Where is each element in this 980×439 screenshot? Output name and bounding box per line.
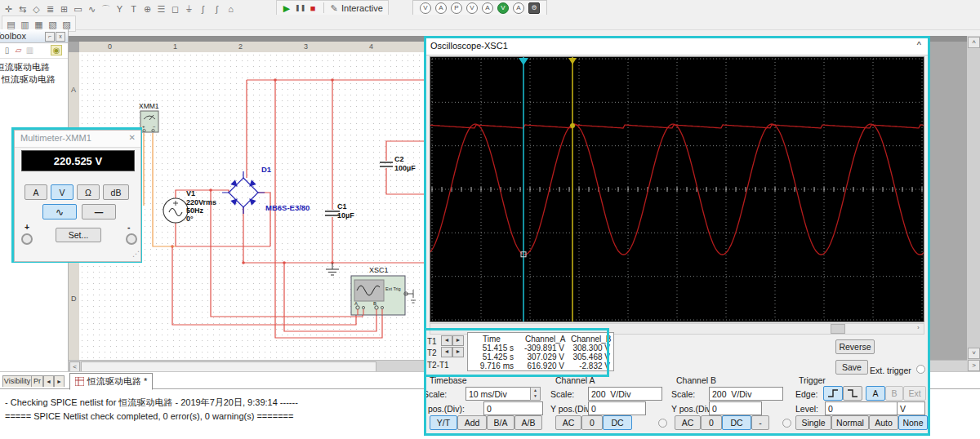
tab-scroll-left[interactable]: ◄ <box>43 375 54 387</box>
channel-a-scale-input[interactable]: 200 V/Div <box>588 387 662 401</box>
toolbar-icon[interactable]: ʃ <box>196 2 210 16</box>
trigger-source-ext-button[interactable]: Ext <box>903 386 926 401</box>
oscilloscope-screen[interactable] <box>430 56 924 322</box>
t1-right-arrow-button[interactable]: ► <box>452 335 464 346</box>
probe-icon[interactable]: A <box>513 2 524 14</box>
t1-left-arrow-button[interactable]: ◄ <box>441 335 452 346</box>
yt-mode-button[interactable]: Y/T <box>430 415 457 430</box>
trigger-none-button[interactable]: None <box>898 415 928 430</box>
cursor-t2-handle[interactable] <box>568 58 577 64</box>
channel-b-dc-button[interactable]: DC <box>722 415 751 430</box>
close-icon[interactable]: ✕ <box>129 133 136 142</box>
channel-b-ac-button[interactable]: AC <box>675 415 701 430</box>
add-mode-button[interactable]: Add <box>457 415 487 430</box>
document-tab[interactable]: 恒流驱动电路 * <box>69 373 153 390</box>
close-icon[interactable]: x <box>56 32 65 42</box>
dc-mode-button[interactable]: — <box>82 204 116 220</box>
probe-settings-icon[interactable]: ⚙ <box>528 2 540 14</box>
toolbar-icon[interactable]: ✛ <box>2 2 16 16</box>
scope-scroll-right-icon[interactable]: › <box>914 324 923 332</box>
toolbar-icon[interactable]: ∿ <box>85 2 99 16</box>
trigger-auto-button[interactable]: Auto <box>869 415 898 430</box>
tree-item-circuit-child[interactable]: 恒流驱动电路 <box>2 73 56 86</box>
tree-item-circuit-parent[interactable]: 恒流驱动电路 <box>0 61 50 73</box>
toolbar-icon[interactable]: ⏚ <box>182 2 196 16</box>
tab-scroll-right[interactable]: ► <box>54 375 65 387</box>
cursor-t1-handle[interactable] <box>519 58 528 65</box>
pause-button[interactable]: ❚❚ <box>295 2 305 15</box>
probe-icon[interactable]: A <box>482 2 493 14</box>
probe-icon[interactable]: V <box>466 2 478 14</box>
probe-icon[interactable]: V <box>497 2 509 14</box>
channel-a-ypos-input[interactable]: 0 <box>588 401 646 415</box>
timebase-scale-spinner[interactable]: ▲▼ <box>530 387 541 401</box>
mode-ohm-button[interactable]: Ω <box>77 184 100 200</box>
toolbar-icon[interactable]: ≣ <box>43 2 57 16</box>
toolbox-titlebar[interactable]: Toolbox ⌐ x <box>0 29 68 43</box>
save-icon[interactable]: ▥ <box>24 45 35 55</box>
probe-icon[interactable]: V <box>420 2 431 14</box>
scroll-up-button[interactable]: ˄ <box>968 37 980 48</box>
run-button[interactable]: ▶ <box>282 2 292 15</box>
collapse-icon[interactable]: ^ <box>917 40 921 50</box>
t2-left-arrow-button[interactable]: ◄ <box>441 347 452 357</box>
stop-button[interactable]: ■ <box>308 2 318 15</box>
falling-edge-button[interactable] <box>843 386 862 401</box>
trigger-level-input[interactable]: 0 <box>825 401 898 415</box>
hscroll-thumb[interactable] <box>81 361 376 371</box>
oscilloscope-titlebar[interactable]: Oscilloscope-XSC1 ^ <box>426 38 928 55</box>
channel-b-zero-button[interactable]: 0 <box>701 415 722 430</box>
ba-mode-button[interactable]: B/A <box>487 415 514 430</box>
channel-a-zero-button[interactable]: 0 <box>581 415 603 430</box>
trigger-single-button[interactable]: Single <box>795 415 831 430</box>
scope-hscroll-thumb[interactable] <box>831 324 845 334</box>
toolbar-icon[interactable]: T <box>127 2 140 16</box>
resize-grip[interactable]: ⋰ <box>132 250 140 258</box>
interactive-dropdown[interactable]: Interactive <box>341 3 383 13</box>
mode-volt-button[interactable]: V <box>51 184 74 200</box>
channel-a-dc-button[interactable]: DC <box>603 415 632 430</box>
toolbar-icon[interactable]: ∫ <box>210 2 224 16</box>
scroll-down-button[interactable]: ˅ <box>968 348 980 359</box>
minimize-icon[interactable]: ⌐ <box>45 32 55 42</box>
tab-visibility[interactable]: Visibility <box>2 375 32 387</box>
reverse-button[interactable]: Reverse <box>835 339 875 354</box>
timebase-scale-input[interactable]: 10 ms/Div <box>466 387 533 401</box>
toolbar-icon[interactable]: ◻ <box>168 2 182 16</box>
rising-edge-button[interactable] <box>823 386 843 401</box>
ac-mode-button[interactable]: ∿ <box>42 204 77 220</box>
trigger-level-unit-select[interactable]: V <box>897 401 925 415</box>
canvas-vscrollbar[interactable]: ˄ ˅ > <box>967 36 980 371</box>
toolbar-icon[interactable]: ▭ <box>71 2 85 16</box>
trigger-source-a-button[interactable]: A <box>866 386 885 401</box>
timebase-xpos-input[interactable]: 0 <box>483 401 543 415</box>
ab-mode-button[interactable]: A/B <box>514 415 542 430</box>
scroll-next-button[interactable]: > <box>968 360 980 371</box>
mode-db-button[interactable]: dB <box>103 184 129 200</box>
channel-a-ac-button[interactable]: AC <box>555 415 581 430</box>
camera-icon[interactable]: ◉ <box>51 45 62 55</box>
probe-icon[interactable]: P <box>451 2 462 14</box>
trigger-normal-button[interactable]: Normal <box>831 415 869 430</box>
scroll-left-button[interactable]: < <box>69 361 80 371</box>
toolbar-icon[interactable]: ⊞ <box>57 2 71 16</box>
multimeter-titlebar[interactable]: Multimeter-XMM1 ✕ <box>15 131 140 148</box>
save-button[interactable]: Save <box>835 360 868 375</box>
toolbar-icon[interactable]: ☰ <box>154 2 168 16</box>
toolbar-icon[interactable]: ◇ <box>29 2 43 16</box>
t2-right-arrow-button[interactable]: ► <box>452 347 464 357</box>
channel-b-ypos-input[interactable]: 0 <box>709 401 762 415</box>
toolbar-icon[interactable]: ⇆ <box>16 2 29 16</box>
set-button[interactable]: Set... <box>56 228 101 242</box>
toolbar-icon[interactable]: ⌂ <box>224 2 238 16</box>
toolbar-icon[interactable]: Y <box>113 2 127 16</box>
mode-ampere-button[interactable]: A <box>24 184 47 200</box>
channel-b-scale-input[interactable]: 200 V/Div <box>709 387 783 401</box>
open-folder-icon[interactable]: ▱ <box>13 45 24 55</box>
new-document-icon[interactable]: ▯ <box>2 45 12 55</box>
tab-pr[interactable]: Pr <box>31 375 43 387</box>
probe-icon[interactable]: A <box>435 2 447 14</box>
toolbar-icon[interactable]: ⌒ <box>99 2 113 16</box>
toolbar-icon[interactable]: ⊕ <box>140 2 154 16</box>
channel-b-minus-button[interactable]: - <box>751 415 769 430</box>
